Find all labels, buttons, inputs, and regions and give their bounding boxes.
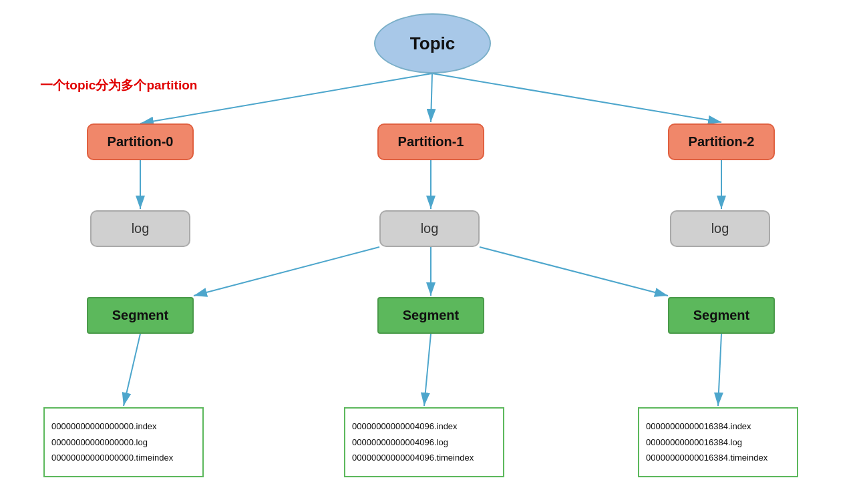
diagram: 一个topic分为多个partition Topic Partition-0 P… <box>0 0 865 504</box>
segment-1-node: Segment <box>377 297 484 334</box>
log-2-node: log <box>670 210 770 247</box>
svg-line-7 <box>194 247 379 296</box>
svg-line-10 <box>124 334 140 406</box>
svg-line-9 <box>480 247 668 296</box>
files-1-node: 00000000000004096.index 0000000000000409… <box>344 407 504 477</box>
segment-2-node: Segment <box>668 297 775 334</box>
log-1-node: log <box>379 210 480 247</box>
note-text: 一个topic分为多个partition <box>40 77 197 94</box>
partition-0-node: Partition-0 <box>87 123 194 160</box>
files-0-node: 00000000000000000.index 0000000000000000… <box>43 407 204 477</box>
partition-1-node: Partition-1 <box>377 123 484 160</box>
files-2-node: 00000000000016384.index 0000000000001638… <box>638 407 798 477</box>
log-0-node: log <box>90 210 190 247</box>
partition-2-node: Partition-2 <box>668 123 775 160</box>
svg-line-3 <box>432 73 721 122</box>
svg-line-12 <box>718 334 721 406</box>
segment-0-node: Segment <box>87 297 194 334</box>
topic-node: Topic <box>374 13 491 73</box>
svg-line-2 <box>431 73 432 122</box>
svg-line-11 <box>424 334 431 406</box>
